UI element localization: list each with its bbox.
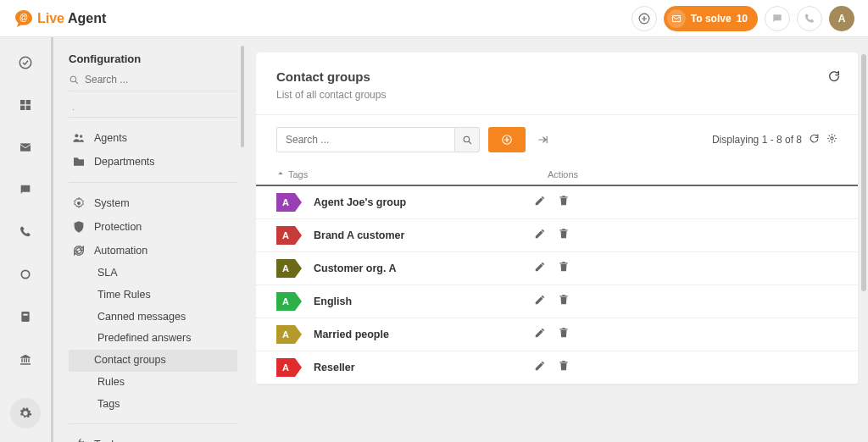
cfg-departments[interactable]: Departments — [69, 150, 237, 174]
add-circle-button[interactable] — [632, 6, 657, 31]
edit-button[interactable] — [534, 327, 546, 342]
cfg-system[interactable]: System — [69, 191, 237, 215]
pencil-icon — [534, 294, 546, 306]
edit-button[interactable] — [534, 261, 546, 276]
tag-badge: A — [276, 226, 302, 245]
sub-canned[interactable]: Canned messages — [94, 307, 237, 329]
edit-button[interactable] — [534, 360, 546, 375]
table-row[interactable]: AMarried people — [256, 318, 858, 351]
to-solve-pill[interactable]: To solve 10 — [664, 6, 758, 31]
sub-rules[interactable]: Rules — [94, 372, 237, 394]
badge-arrow-icon — [295, 325, 302, 344]
refresh-button[interactable] — [827, 69, 841, 86]
config-search-input[interactable] — [85, 74, 237, 86]
delete-button[interactable] — [558, 195, 570, 210]
cfg-automation-sub: SLA Time Rules Canned messages Predefine… — [69, 262, 237, 415]
cfg-protection[interactable]: Protection — [69, 215, 237, 239]
config-scrollbar[interactable] — [241, 46, 244, 147]
to-solve-label: To solve — [691, 13, 732, 25]
refresh-icon — [72, 244, 86, 257]
config-search[interactable] — [69, 74, 237, 91]
phone-button[interactable] — [797, 6, 822, 31]
row-actions — [534, 261, 570, 276]
tag-badge: A — [276, 358, 302, 377]
iconbar-kb[interactable] — [15, 349, 36, 369]
cfg-tools[interactable]: Tools — [69, 433, 237, 442]
edit-button[interactable] — [534, 294, 546, 309]
edit-button[interactable] — [534, 195, 546, 210]
trash-icon — [558, 294, 570, 306]
tag-label: Customer org. A — [314, 262, 534, 274]
col-actions-label: Actions — [548, 169, 578, 180]
gear-icon — [72, 196, 86, 210]
card-header: Contact groups List of all contact group… — [256, 52, 858, 115]
svg-rect-4 — [26, 100, 31, 104]
svg-point-14 — [464, 136, 470, 142]
tag-badge: A — [276, 292, 302, 311]
edit-button[interactable] — [534, 228, 546, 243]
delete-button[interactable] — [558, 228, 570, 243]
iconbar-ring[interactable] — [15, 264, 36, 285]
table-row[interactable]: AReseller — [256, 351, 858, 384]
table-row[interactable]: AEnglish — [256, 285, 858, 318]
col-tags[interactable]: Tags — [276, 169, 548, 180]
iconbar-dashboard[interactable] — [15, 95, 36, 115]
sub-tags[interactable]: Tags — [94, 394, 237, 416]
paging-refresh[interactable] — [809, 133, 820, 146]
search-input[interactable] — [276, 127, 454, 152]
badge-arrow-icon — [295, 226, 302, 245]
svg-point-2 — [19, 57, 31, 69]
badge-letter: A — [276, 226, 295, 245]
iconbar-chat[interactable] — [15, 180, 36, 200]
iconbar-settings[interactable] — [10, 398, 41, 428]
tag-label: Married people — [314, 329, 534, 340]
cfg-agents[interactable]: Agents — [69, 126, 237, 150]
tag-label: English — [314, 296, 534, 307]
badge-letter: A — [276, 325, 295, 344]
svg-rect-8 — [21, 312, 29, 322]
iconbar-mail[interactable] — [15, 137, 36, 157]
badge-arrow-icon — [295, 358, 302, 377]
iconbar-check[interactable] — [15, 52, 36, 73]
sub-contact-groups[interactable]: Contact groups — [69, 350, 237, 372]
svg-rect-16 — [547, 136, 548, 143]
sub-sla[interactable]: SLA — [94, 262, 237, 285]
svg-point-13 — [77, 202, 81, 205]
trash-icon — [558, 327, 570, 339]
topbar-actions: To solve 10 A — [632, 6, 854, 31]
table-row[interactable]: ABrand A customer — [256, 219, 858, 252]
badge-letter: A — [276, 193, 295, 212]
avatar[interactable]: A — [829, 6, 854, 31]
export-button[interactable] — [534, 131, 551, 148]
plus-circle-icon — [501, 134, 513, 146]
svg-rect-3 — [20, 100, 25, 104]
ring-icon — [19, 268, 32, 281]
delete-button[interactable] — [558, 360, 570, 375]
iconbar-phone[interactable] — [15, 222, 36, 242]
iconbar-contacts[interactable] — [15, 307, 36, 327]
delete-button[interactable] — [558, 261, 570, 276]
avatar-letter: A — [838, 13, 846, 25]
add-button[interactable] — [488, 127, 526, 152]
sub-time-rules[interactable]: Time Rules — [94, 285, 237, 307]
paging-settings[interactable] — [826, 133, 837, 146]
table-row[interactable]: ACustomer org. A — [256, 252, 858, 285]
content-scrollbar[interactable] — [861, 54, 866, 291]
chat-button[interactable] — [765, 6, 790, 31]
search-button[interactable] — [454, 127, 480, 152]
tag-label: Reseller — [314, 362, 534, 373]
plus-circle-icon — [638, 13, 650, 25]
delete-button[interactable] — [558, 327, 570, 342]
row-actions — [534, 327, 570, 342]
brand-logo[interactable]: @ LiveAgent — [14, 8, 106, 29]
delete-button[interactable] — [558, 294, 570, 309]
shield-icon — [72, 220, 86, 234]
refresh-icon — [827, 69, 841, 83]
cfg-automation[interactable]: Automation — [69, 239, 237, 262]
dashboard-icon — [19, 98, 32, 112]
svg-rect-6 — [26, 106, 31, 110]
sub-predefined[interactable]: Predefined answers — [94, 328, 237, 350]
table-row[interactable]: AAgent Joe's group — [256, 186, 858, 219]
pencil-icon — [534, 360, 546, 372]
pencil-icon — [534, 327, 546, 339]
